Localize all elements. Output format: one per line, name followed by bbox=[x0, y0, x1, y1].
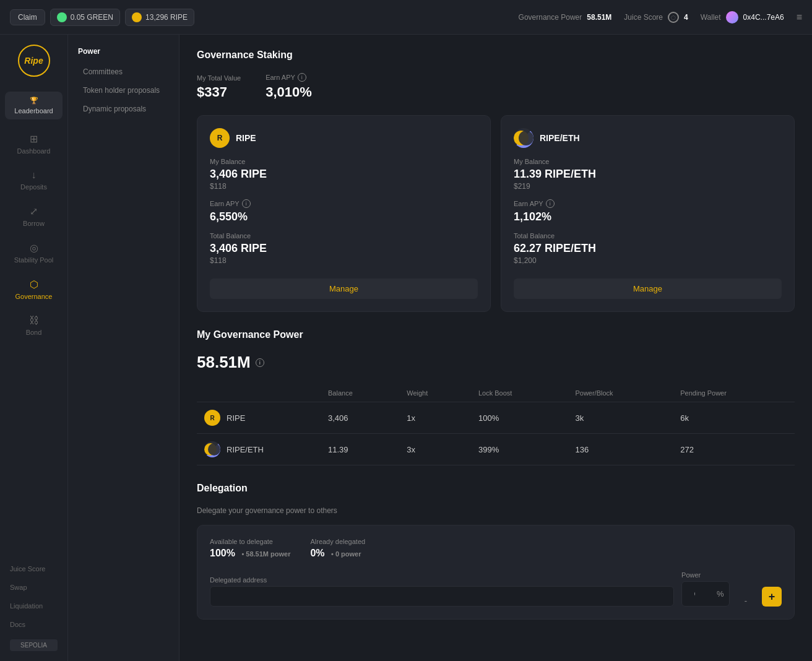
ripe-manage-button[interactable]: Manage bbox=[210, 279, 478, 299]
topbar-right: Governance Power 58.51M Juice Score ◌ 4 … bbox=[519, 11, 802, 24]
logo[interactable]: Ripe bbox=[18, 45, 50, 77]
bond-label: Bond bbox=[26, 329, 42, 336]
menu-icon[interactable]: ≡ bbox=[797, 12, 802, 23]
sidebar-item-bond[interactable]: ⛓ Bond bbox=[5, 309, 63, 342]
ripe-eth-row-pending-power: 272 bbox=[673, 434, 795, 465]
juice-score-label: Juice Score bbox=[624, 13, 663, 22]
delegation-section: Delegation Delegate your governance powe… bbox=[197, 483, 795, 620]
ripe-row-lock-boost: 100% bbox=[471, 402, 568, 434]
claim-button[interactable]: Claim bbox=[10, 9, 45, 25]
svg-point-3 bbox=[208, 443, 220, 456]
table-row: R RIPE 3,406 1x 100% 3k 6k bbox=[197, 402, 795, 434]
sub-sidebar-token-proposals[interactable]: Token holder proposals bbox=[78, 82, 169, 99]
ripe-eth-total-balance-field: Total Balance 62.27 RIPE/ETH $1,200 bbox=[514, 232, 782, 265]
ripe-row-power-block: 3k bbox=[568, 402, 673, 434]
delegated-address-input[interactable] bbox=[210, 586, 674, 607]
ripe-eth-card-header: RIPE/ETH bbox=[514, 128, 782, 148]
available-power-sub: • 58.51M power bbox=[241, 550, 290, 558]
stability-pool-label: Stability Pool bbox=[14, 256, 54, 264]
ripe-eth-apy-field: Earn APY i 1,102% bbox=[514, 199, 782, 223]
ripe-token-icon: R bbox=[210, 128, 230, 148]
gov-table-header-row: Balance Weight Lock Boost Power/Block Pe… bbox=[197, 384, 795, 402]
dash-separator: - bbox=[737, 596, 754, 607]
sidebar-item-stability-pool[interactable]: ◎ Stability Pool bbox=[5, 236, 63, 270]
ripe-eth-total-label: Total Balance bbox=[514, 232, 782, 240]
col-power-block: Power/Block bbox=[568, 384, 673, 402]
bond-icon: ⛓ bbox=[29, 315, 39, 326]
wallet-address: 0x4C...7eA6 bbox=[743, 13, 784, 22]
sidebar-bottom: Juice Score Swap Liquidation Docs SEPOLI… bbox=[0, 560, 67, 651]
ripe-eth-token-icon bbox=[514, 128, 533, 148]
sidebar-item-governance[interactable]: ⬡ Governance bbox=[5, 272, 63, 306]
deposits-label: Deposits bbox=[20, 183, 47, 191]
ripe-eth-manage-button[interactable]: Manage bbox=[514, 279, 782, 299]
network-badge: SEPOLIA bbox=[10, 639, 58, 651]
juice-score-value: 4 bbox=[684, 13, 688, 22]
delegated-power-sub: • 0 power bbox=[331, 550, 361, 558]
governance-power-stat: Governance Power 58.51M bbox=[519, 13, 612, 22]
earn-apy-label: Earn APY i bbox=[266, 73, 312, 82]
ripe-balance-field: My Balance 3,406 RIPE $118 bbox=[210, 158, 478, 191]
available-pct: 100% • 58.51M power bbox=[210, 548, 290, 559]
sidebar-item-liquidation[interactable]: Liquidation bbox=[5, 597, 63, 615]
power-input-wrap: % bbox=[681, 581, 730, 607]
ripe-eth-balance-usd: $219 bbox=[514, 182, 782, 191]
ripe-total-label: Total Balance bbox=[210, 232, 478, 240]
delegation-title: Delegation bbox=[197, 483, 795, 494]
sidebar-item-deposits[interactable]: ↓ Deposits bbox=[5, 163, 63, 197]
borrow-icon: ⤢ bbox=[30, 205, 38, 217]
green-dot-icon bbox=[57, 12, 67, 22]
ripe-eth-apy-value: 1,102% bbox=[514, 210, 782, 223]
total-value-label: My Total Value bbox=[197, 74, 241, 82]
ripe-dot-icon bbox=[132, 12, 142, 22]
col-lock-boost: Lock Boost bbox=[471, 384, 568, 402]
ripe-row-token: R RIPE bbox=[197, 402, 321, 434]
juice-score-stat: Juice Score ◌ 4 bbox=[624, 12, 688, 23]
sidebar-item-leaderboard[interactable]: 🏆 Leaderboard bbox=[5, 92, 63, 119]
ripe-row-weight: 1x bbox=[399, 402, 471, 434]
wallet-label: Wallet bbox=[701, 13, 721, 22]
sidebar-item-dashboard[interactable]: ⊞ Dashboard bbox=[5, 127, 63, 161]
power-input[interactable] bbox=[687, 584, 712, 603]
governance-power-title: My Governance Power bbox=[197, 329, 795, 340]
juice-score-icon: ◌ bbox=[668, 12, 679, 23]
deposits-icon: ↓ bbox=[32, 170, 37, 181]
ripe-eth-balance-value: 11.39 RIPE/ETH bbox=[514, 168, 782, 181]
main-content: Governance Staking My Total Value $337 E… bbox=[179, 35, 812, 661]
ripe-eth-card-name: RIPE/ETH bbox=[540, 133, 580, 143]
layout: Ripe 🏆 Leaderboard ⊞ Dashboard ↓ Deposit… bbox=[0, 35, 812, 661]
ripe-row-pending-power: 6k bbox=[673, 402, 795, 434]
earn-apy-info-icon[interactable]: i bbox=[298, 73, 306, 82]
governance-power-section: My Governance Power 58.51M i Balance Wei… bbox=[197, 329, 795, 465]
ripe-eth-row-lock-boost: 399% bbox=[471, 434, 568, 465]
ripe-eth-staking-card: RIPE/ETH My Balance 11.39 RIPE/ETH $219 … bbox=[501, 115, 795, 312]
power-label: Power bbox=[681, 571, 730, 579]
sub-sidebar-dynamic-proposals[interactable]: Dynamic proposals bbox=[78, 100, 169, 118]
logo-text: Ripe bbox=[24, 56, 43, 66]
ripe-apy-info-icon[interactable]: i bbox=[242, 199, 251, 208]
svg-point-1 bbox=[519, 131, 533, 145]
ripe-apy-label: Earn APY i bbox=[210, 199, 478, 208]
sidebar-item-docs[interactable]: Docs bbox=[5, 616, 63, 633]
total-value-stat: My Total Value $337 bbox=[197, 74, 241, 100]
leaderboard-icon: 🏆 bbox=[30, 97, 38, 105]
governance-label: Governance bbox=[15, 293, 53, 300]
stability-pool-icon: ◎ bbox=[30, 242, 38, 254]
ripe-amount: 13,296 RIPE bbox=[145, 13, 188, 22]
ripe-eth-row-power-block: 136 bbox=[568, 434, 673, 465]
ripe-apy-field: Earn APY i 6,550% bbox=[210, 199, 478, 223]
add-delegation-button[interactable]: + bbox=[762, 587, 782, 607]
ripe-row-icon: R bbox=[204, 410, 220, 426]
sidebar-item-juice-score[interactable]: Juice Score bbox=[5, 560, 63, 577]
ripe-eth-apy-info-icon[interactable]: i bbox=[546, 199, 555, 208]
sub-sidebar-committees[interactable]: Committees bbox=[78, 63, 169, 80]
ripe-staking-card: R RIPE My Balance 3,406 RIPE $118 Earn A… bbox=[197, 115, 491, 312]
topbar: Claim 0.05 GREEN 13,296 RIPE Governance … bbox=[0, 0, 812, 35]
sidebar-item-swap[interactable]: Swap bbox=[5, 579, 63, 596]
gov-power-info-icon[interactable]: i bbox=[256, 358, 264, 367]
ripe-eth-balance-field: My Balance 11.39 RIPE/ETH $219 bbox=[514, 158, 782, 191]
sidebar-item-borrow[interactable]: ⤢ Borrow bbox=[5, 199, 63, 233]
ripe-row-balance: 3,406 bbox=[321, 402, 399, 434]
leaderboard-label: Leaderboard bbox=[14, 107, 53, 114]
sidebar: Ripe 🏆 Leaderboard ⊞ Dashboard ↓ Deposit… bbox=[0, 35, 68, 661]
